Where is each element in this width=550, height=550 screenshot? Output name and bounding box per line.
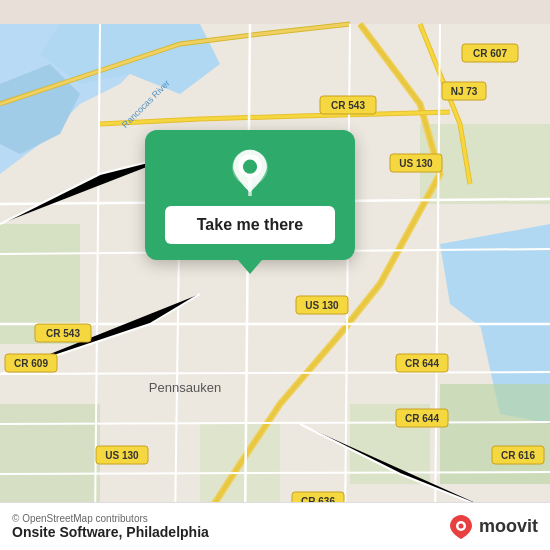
popup-card: Take me there — [145, 130, 355, 260]
svg-text:CR 644: CR 644 — [405, 358, 439, 369]
map-background: CR 607 NJ 73 CR 543 CR 543 US 130 US 130… — [0, 0, 550, 550]
bottom-bar: © OpenStreetMap contributors Onsite Soft… — [0, 502, 550, 550]
svg-text:CR 543: CR 543 — [46, 328, 80, 339]
bottom-left: © OpenStreetMap contributors Onsite Soft… — [12, 513, 209, 540]
svg-text:US 130: US 130 — [399, 158, 433, 169]
moovit-logo-text: moovit — [479, 516, 538, 537]
svg-text:Pennsauken: Pennsauken — [149, 380, 221, 395]
moovit-logo: moovit — [447, 513, 538, 541]
svg-text:US 130: US 130 — [105, 450, 139, 461]
take-me-there-button[interactable]: Take me there — [165, 206, 335, 244]
svg-text:CR 616: CR 616 — [501, 450, 535, 461]
svg-text:CR 543: CR 543 — [331, 100, 365, 111]
svg-text:US 130: US 130 — [305, 300, 339, 311]
svg-point-47 — [243, 160, 257, 174]
svg-text:NJ 73: NJ 73 — [451, 86, 478, 97]
location-name: Onsite Software, Philadelphia — [12, 524, 209, 540]
location-pin-icon — [226, 148, 274, 196]
svg-text:CR 644: CR 644 — [405, 413, 439, 424]
map-container: CR 607 NJ 73 CR 543 CR 543 US 130 US 130… — [0, 0, 550, 550]
svg-point-49 — [458, 523, 463, 528]
svg-text:CR 609: CR 609 — [14, 358, 48, 369]
moovit-logo-icon — [447, 513, 475, 541]
svg-rect-4 — [440, 384, 550, 484]
svg-text:CR 607: CR 607 — [473, 48, 507, 59]
map-attribution: © OpenStreetMap contributors — [12, 513, 209, 524]
